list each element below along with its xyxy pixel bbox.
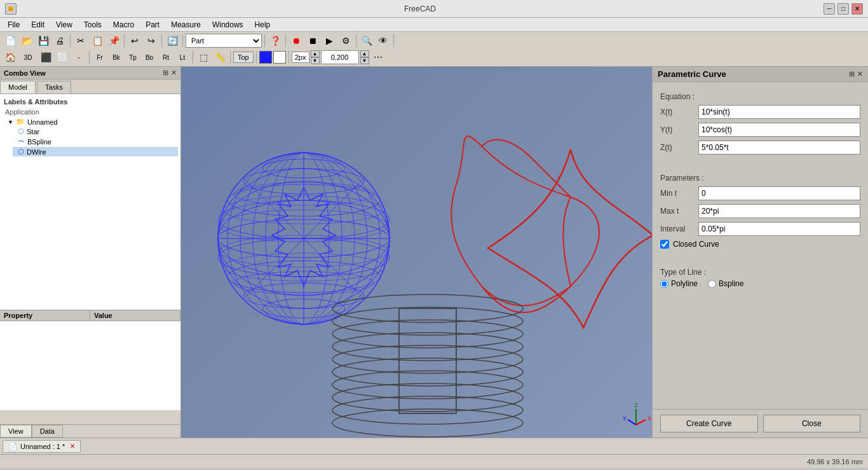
status-bar: 49.96 x 39.16 mm (0, 454, 868, 468)
tb-save[interactable]: 💾 (36, 33, 51, 48)
pixel-down[interactable]: ▼ (311, 57, 320, 64)
bspline-label: BSpline (27, 138, 51, 146)
menu-bar: File Edit View Tools Macro Part Measure … (0, 18, 868, 32)
pixel-up[interactable]: ▲ (311, 50, 320, 57)
win-close[interactable]: ✕ (851, 3, 863, 15)
tb-refresh[interactable]: 🔄 (165, 33, 180, 48)
dim-spinbox[interactable]: ▲ ▼ (360, 50, 369, 64)
tb-record[interactable]: ⏺ (288, 33, 304, 48)
tb-home[interactable]: 🏠 (3, 50, 18, 65)
doc-tab-close[interactable]: ✕ (70, 443, 75, 450)
maxt-input[interactable] (698, 204, 860, 218)
menu-tools[interactable]: Tools (79, 19, 107, 31)
dwire-label: DWire (27, 148, 46, 156)
tb-view-opts[interactable]: 👁 (376, 33, 391, 48)
yt-input[interactable] (698, 123, 860, 137)
polyline-radio[interactable] (660, 280, 668, 288)
polyline-option[interactable]: Polyline (660, 279, 698, 288)
pixel-spinbox[interactable]: ▲ ▼ (311, 50, 320, 64)
tree-root-unnamed[interactable]: ▼ 📁 Unnamed (3, 117, 178, 127)
zt-input[interactable] (698, 141, 860, 155)
color-swatches (259, 51, 286, 64)
tb-paste[interactable]: 📌 (106, 33, 121, 48)
tb-stop[interactable]: ⏹ (305, 33, 320, 48)
dimension-input[interactable] (321, 50, 359, 64)
tb-macro[interactable]: ⚙ (338, 33, 353, 48)
tb-undo[interactable]: ↩ (127, 33, 142, 48)
right-panel-float[interactable]: ⊞ (849, 70, 855, 78)
footer-tab-data[interactable]: Data (32, 425, 63, 438)
tb-view-bottom[interactable]: Bo (142, 50, 157, 65)
menu-view[interactable]: View (51, 19, 78, 31)
create-curve-btn[interactable]: Create Curve (660, 415, 758, 432)
tree-area: Labels & Attributes Application ▼ 📁 Unna… (0, 94, 180, 310)
tree-item-star[interactable]: ⬡ Star (13, 127, 178, 136)
tree-item-dwire[interactable]: ⬡ DWire (13, 147, 178, 156)
svg-text:X: X (648, 415, 651, 422)
svg-point-30 (332, 396, 523, 424)
combo-float-btn[interactable]: ⊞ (163, 69, 168, 77)
closed-curve-checkbox[interactable] (660, 240, 669, 249)
value-col-label: Value (90, 310, 180, 321)
menu-measure[interactable]: Measure (166, 19, 206, 31)
polyline-label: Polyline (671, 279, 698, 288)
menu-file[interactable]: File (3, 19, 25, 31)
tb-open[interactable]: 📂 (19, 33, 34, 48)
minimize-btn[interactable] (5, 3, 17, 15)
tb-copy[interactable]: 📋 (90, 33, 105, 48)
tb-view-top[interactable]: Tp (125, 50, 140, 65)
tb-help[interactable]: ❓ (268, 33, 283, 48)
menu-help[interactable]: Help (250, 19, 276, 31)
dim-up[interactable]: ▲ (360, 50, 369, 57)
tb-redo[interactable]: ↪ (144, 33, 159, 48)
tb-cut[interactable]: ✂ (73, 33, 88, 48)
tb-more[interactable]: ⋯ (370, 50, 386, 65)
menu-windows[interactable]: Windows (207, 19, 248, 31)
workbench-selector[interactable]: Part (186, 34, 262, 48)
viewport[interactable]: Z X Y (181, 67, 652, 438)
doc-tab-icon: 📄 (8, 442, 18, 451)
bspline-radio[interactable] (708, 280, 716, 288)
xt-input[interactable] (698, 105, 860, 119)
color-fg[interactable] (273, 51, 286, 64)
right-panel-close[interactable]: ✕ (857, 70, 863, 78)
tb-new[interactable]: 📄 (3, 33, 18, 48)
interval-input[interactable] (698, 222, 860, 236)
tab-model[interactable]: Model (0, 81, 36, 93)
tb-zoom-fit[interactable]: 🔍 (359, 33, 374, 48)
close-btn[interactable]: Close (763, 415, 861, 432)
bspline-option[interactable]: Bspline (708, 279, 743, 288)
tab-tasks[interactable]: Tasks (37, 81, 71, 93)
tb-view-left[interactable]: Lt (175, 50, 190, 65)
doc-tab-unnamed[interactable]: 📄 Unnamed : 1 * ✕ (3, 440, 81, 453)
tb-view-back[interactable]: Bk (109, 50, 124, 65)
menu-macro[interactable]: Macro (108, 19, 139, 31)
tb-box-sel[interactable]: ⬚ (196, 50, 211, 65)
mint-input[interactable] (698, 186, 860, 200)
tb-measure[interactable]: 📏 (212, 50, 227, 65)
menu-part[interactable]: Part (140, 19, 165, 31)
tb-play[interactable]: ▶ (322, 33, 337, 48)
tb-sep-2 (124, 34, 125, 47)
tb-view-front[interactable]: Fr (92, 50, 107, 65)
tb-wire[interactable]: ⬜ (55, 50, 70, 65)
tb-sep-12 (256, 51, 257, 64)
footer-tab-view[interactable]: View (0, 425, 32, 438)
tree-item-bspline[interactable]: 〜 BSpline (13, 136, 178, 147)
tree-children: ⬡ Star 〜 BSpline ⬡ DWire (3, 127, 178, 156)
type-of-line-label: Type of Line : (660, 268, 860, 277)
dim-down[interactable]: ▼ (360, 57, 369, 64)
tb-solid[interactable]: ⬛ (38, 50, 53, 65)
win-maximize[interactable]: □ (837, 3, 849, 15)
dwire-icon: ⬡ (18, 148, 24, 156)
tb-view-right[interactable]: Rt (158, 50, 173, 65)
tb-points[interactable]: · (71, 50, 86, 65)
parameters-label: Parameters : (660, 174, 860, 183)
combo-close-btn[interactable]: ✕ (171, 69, 177, 77)
menu-edit[interactable]: Edit (26, 19, 50, 31)
zt-label: Z(t) (660, 143, 698, 152)
win-minimize[interactable]: ─ (824, 3, 835, 15)
tb-3d[interactable]: 3D (19, 50, 37, 65)
tb-print[interactable]: 🖨 (52, 33, 67, 48)
color-bg[interactable] (259, 51, 272, 64)
